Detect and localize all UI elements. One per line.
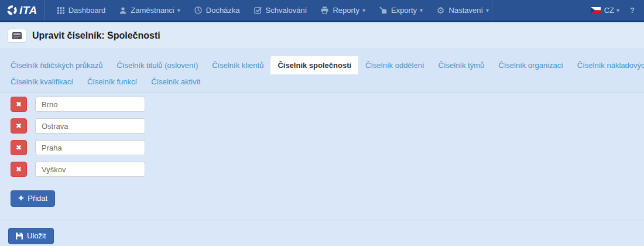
nav-label: Nastavení (449, 6, 484, 15)
plus-icon: ✚ (18, 194, 23, 202)
codelist-tabs: Číselník řidičských průkazů Číselník tit… (0, 49, 644, 93)
nav-dochazka[interactable]: Docházka (187, 0, 247, 20)
grid-icon (57, 7, 64, 14)
logo-mark-icon (6, 5, 18, 16)
chevron-down-icon: ▾ (420, 7, 423, 13)
clock-icon (194, 6, 202, 14)
nav-label: Reporty (333, 6, 359, 15)
tab-ciselnik-oddeleni[interactable]: Číselník oddělení (358, 56, 431, 74)
top-navbar: iTA Dashboard Zaměstnanci ▾ Docházk (0, 0, 644, 22)
tab-ciselnik-klientu[interactable]: Číselník klientů (205, 56, 270, 74)
check-square-icon (254, 6, 262, 14)
page-title: Upravit číselník: Společnosti (32, 30, 160, 41)
tab-ciselnik-tymu[interactable]: Číselník týmů (431, 56, 492, 74)
nav-nastaveni[interactable]: ⚙ Nastavení ▾ (430, 0, 496, 20)
delete-icon: ✖ (16, 122, 22, 129)
tab-ciselnik-titulu-osloveni[interactable]: Číselník titulů (oslovení) (110, 56, 205, 74)
nav-schvalovani[interactable]: Schvalování (247, 0, 314, 20)
chevron-down-icon: ▾ (616, 7, 619, 13)
tab-ciselnik-organizaci[interactable]: Číselník organizací (491, 56, 570, 74)
delete-icon: ✖ (16, 144, 22, 151)
list-item: ✖ (11, 140, 644, 155)
navbar-right: CZ ▾ ? (591, 0, 644, 20)
czech-flag-icon (591, 7, 601, 13)
printer-icon (321, 6, 328, 14)
delete-icon: ✖ (16, 166, 22, 173)
nav-zamestnanci[interactable]: Zaměstnanci ▾ (112, 0, 187, 20)
user-icon (119, 7, 126, 14)
tab-ciselnik-spolecnosti[interactable]: Číselník společností (270, 56, 358, 74)
delete-row-button[interactable]: ✖ (11, 162, 27, 177)
nav-label: Exporty (391, 6, 417, 15)
add-button-label: Přidat (28, 194, 47, 203)
tab-ciselnik-funkci[interactable]: Číselník funkcí (80, 74, 144, 91)
export-icon (379, 6, 387, 14)
tab-ciselnik-nakladovych-center[interactable]: Číselník nákladových center (570, 56, 644, 74)
company-name-input[interactable] (35, 140, 145, 155)
nav-label: Schvalování (266, 6, 307, 15)
delete-icon: ✖ (16, 101, 22, 108)
language-selector[interactable]: CZ ▾ (591, 6, 619, 15)
save-icon (16, 233, 23, 240)
language-code: CZ (604, 6, 614, 15)
save-button[interactable]: Uložit (8, 228, 54, 244)
nav-exporty[interactable]: Exporty ▾ (372, 0, 430, 20)
app-logo[interactable]: iTA (0, 0, 44, 20)
list-item: ✖ (11, 97, 644, 112)
nav-label: Docházka (206, 6, 240, 15)
logo-text: iTA (19, 4, 37, 17)
chevron-down-icon: ▾ (177, 7, 180, 13)
company-name-input[interactable] (35, 118, 145, 134)
list-item: ✖ (11, 162, 644, 177)
action-bar: Uložit (0, 220, 644, 246)
company-name-input[interactable] (35, 97, 145, 112)
chevron-down-icon: ▾ (486, 7, 489, 13)
save-button-label: Uložit (27, 231, 46, 240)
codelist-editor: ✖ ✖ ✖ ✖ ✚ Přidat (0, 93, 644, 220)
list-item: ✖ (11, 118, 644, 134)
codelist-icon (8, 29, 26, 42)
delete-row-button[interactable]: ✖ (11, 97, 27, 112)
nav-label: Dashboard (68, 6, 106, 15)
nav-label: Zaměstnanci (131, 6, 174, 15)
delete-row-button[interactable]: ✖ (11, 118, 27, 134)
nav-reporty[interactable]: Reporty ▾ (314, 0, 372, 20)
tab-ciselnik-ridicskych-prukazu[interactable]: Číselník řidičských průkazů (4, 56, 110, 74)
chevron-down-icon: ▾ (362, 7, 365, 13)
tab-ciselnik-aktivit[interactable]: Číselník aktivit (144, 74, 207, 91)
page-header: Upravit číselník: Společnosti (0, 22, 644, 49)
delete-row-button[interactable]: ✖ (11, 140, 27, 155)
app-root: iTA Dashboard Zaměstnanci ▾ Docházk (0, 0, 644, 246)
tabs-row-1: Číselník řidičských průkazů Číselník tit… (4, 56, 640, 74)
nav-dashboard[interactable]: Dashboard (50, 0, 113, 20)
add-button[interactable]: ✚ Přidat (11, 190, 55, 207)
tabs-row-2: Číselník kvalifikací Číselník funkcí Čís… (4, 74, 640, 91)
company-name-input[interactable] (35, 162, 145, 177)
navbar-divider (492, 0, 492, 20)
nav-menu: Dashboard Zaměstnanci ▾ Docházka Schval (50, 0, 496, 20)
gear-icon: ⚙ (437, 6, 444, 15)
help-button[interactable]: ? (630, 6, 635, 15)
tab-ciselnik-kvalifikaci[interactable]: Číselník kvalifikací (4, 74, 80, 91)
